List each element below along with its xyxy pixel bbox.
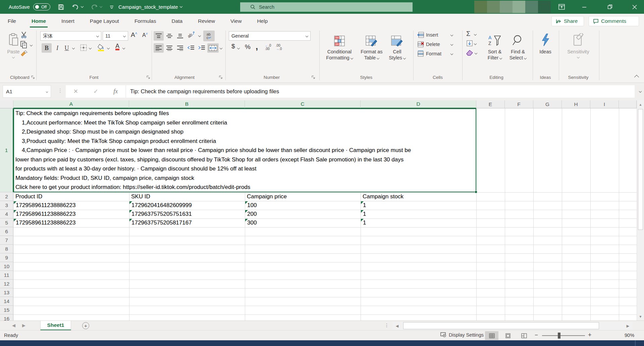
formula-bar-expand-icon[interactable] <box>639 90 642 93</box>
format-cells-button[interactable]: Format <box>417 49 441 58</box>
zoom-in-button[interactable]: + <box>588 332 592 339</box>
row-header-1[interactable]: 1 <box>0 108 13 192</box>
cell-B2[interactable]: SKU ID <box>131 192 244 201</box>
percent-style-button[interactable]: % <box>245 43 251 51</box>
vertical-scrollbar[interactable]: ▲ ▼ <box>637 100 644 320</box>
restore-button[interactable] <box>601 0 619 14</box>
cell-C2[interactable]: Campaign price <box>247 192 360 201</box>
alignment-dialog-launcher-icon[interactable] <box>219 75 223 80</box>
horizontal-scrollbar[interactable]: ◀ ▶ <box>392 322 633 330</box>
column-header-G[interactable]: G <box>533 100 562 108</box>
row-header-6[interactable]: 6 <box>0 227 13 236</box>
find-select-button[interactable]: Find & Select <box>507 30 529 61</box>
clear-dropdown-icon[interactable] <box>475 52 477 54</box>
customize-quick-access-icon[interactable] <box>109 5 114 9</box>
copy-dropdown-icon[interactable] <box>30 44 33 46</box>
font-name-select[interactable]: 宋体 <box>40 31 101 41</box>
row-header-10[interactable]: 10 <box>0 262 13 271</box>
tab-insert[interactable]: Insert <box>54 14 82 29</box>
delete-cells-button[interactable]: Delete <box>417 40 440 49</box>
sheet-tab-sheet1[interactable]: Sheet1 <box>40 321 71 330</box>
page-break-view-button[interactable] <box>517 331 531 340</box>
wrap-text-button[interactable]: abc↵ <box>203 31 215 41</box>
cell-D5[interactable]: 1 <box>363 218 476 227</box>
font-color-button[interactable]: A <box>115 43 119 50</box>
row-header-15[interactable]: 15 <box>0 306 13 314</box>
undo-dropdown-icon[interactable] <box>81 5 84 8</box>
collapse-ribbon-icon[interactable] <box>634 75 639 80</box>
document-title[interactable]: Campaign_stock_template <box>118 0 182 14</box>
horizontal-scrollbar-thumb[interactable] <box>403 322 599 329</box>
ribbon-display-options-icon[interactable] <box>553 0 570 14</box>
underline-dropdown-icon[interactable] <box>72 47 75 49</box>
tab-review[interactable]: Review <box>190 14 223 29</box>
cell-D3[interactable]: 1 <box>363 201 476 210</box>
column-header-F[interactable]: F <box>505 100 533 108</box>
cell-B5[interactable]: 1729637575205817167 <box>131 218 244 227</box>
cell-D4[interactable]: 1 <box>363 210 476 218</box>
orientation-button[interactable]: ab↗ <box>186 30 196 39</box>
sort-filter-button[interactable]: AZ Sort & Filter <box>484 30 505 61</box>
formula-input[interactable]: Tip: Check the campaign requirements bef… <box>126 85 635 98</box>
close-button[interactable] <box>626 0 643 14</box>
tab-formulas[interactable]: Formulas <box>127 14 164 29</box>
ideas-button[interactable]: Ideas <box>535 30 555 55</box>
name-box-splitter[interactable]: ⋮ <box>58 88 62 94</box>
sheet-nav-right-icon[interactable]: ▶ <box>22 323 25 328</box>
zoom-slider[interactable] <box>542 335 585 336</box>
align-right-button[interactable] <box>175 43 185 53</box>
underline-button[interactable]: U <box>62 43 71 53</box>
column-header-H[interactable]: H <box>562 100 590 108</box>
row-header-13[interactable]: 13 <box>0 288 13 297</box>
select-all-corner[interactable] <box>0 100 13 108</box>
font-size-select[interactable]: 11 <box>103 31 128 41</box>
user-avatar[interactable] <box>474 1 551 13</box>
center-button[interactable] <box>164 43 174 53</box>
column-header-A[interactable]: A <box>13 100 129 108</box>
cell-A4[interactable]: 1729589611238886223 <box>16 210 128 218</box>
zoom-out-button[interactable]: − <box>535 332 538 339</box>
cell-B3[interactable]: 1729620416482609999 <box>131 201 244 210</box>
top-align-button[interactable] <box>154 31 164 41</box>
increase-font-size-button[interactable]: A˄ <box>131 31 137 39</box>
new-sheet-button[interactable]: + <box>82 322 89 329</box>
number-dialog-launcher-icon[interactable] <box>311 75 316 80</box>
vertical-scrollbar-thumb[interactable] <box>638 109 643 230</box>
accounting-format-button[interactable]: $ <box>231 43 235 50</box>
accounting-dropdown-icon[interactable] <box>237 47 240 49</box>
middle-align-button[interactable] <box>164 31 174 41</box>
row-header-4[interactable]: 4 <box>0 210 13 218</box>
merge-center-dropdown-icon[interactable] <box>220 47 222 49</box>
row-header-3[interactable]: 3 <box>0 201 13 210</box>
cut-icon[interactable] <box>21 31 28 40</box>
minimize-button[interactable] <box>576 0 593 14</box>
page-layout-view-button[interactable] <box>501 331 515 340</box>
bold-button[interactable]: B <box>42 43 52 53</box>
cell-D2[interactable]: Campaign stock <box>363 192 476 201</box>
share-button[interactable]: Share <box>551 16 584 26</box>
format-as-table-button[interactable]: Format as Table <box>358 30 385 61</box>
decrease-indent-button[interactable] <box>186 43 196 53</box>
font-color-dropdown-icon[interactable] <box>122 47 125 49</box>
name-box[interactable]: A1 <box>3 85 51 98</box>
zoom-slider-thumb[interactable] <box>558 333 560 339</box>
column-header-E[interactable]: E <box>476 100 505 108</box>
autosum-dropdown-icon[interactable] <box>474 33 477 36</box>
save-icon[interactable] <box>58 4 64 10</box>
row-header-11[interactable]: 11 <box>0 271 13 280</box>
decrease-font-size-button[interactable]: A˅ <box>142 32 148 38</box>
borders-dropdown-icon[interactable] <box>89 47 92 49</box>
insert-function-icon[interactable]: fx <box>113 88 118 95</box>
tab-view[interactable]: View <box>223 14 249 29</box>
undo-icon[interactable] <box>72 4 83 10</box>
conditional-formatting-button[interactable]: Conditional Formatting <box>323 30 356 61</box>
increase-indent-button[interactable] <box>197 43 207 53</box>
normal-view-button[interactable] <box>485 331 498 340</box>
font-dialog-launcher-icon[interactable] <box>146 75 151 80</box>
fill-color-dropdown-icon[interactable] <box>107 47 110 49</box>
column-header-C[interactable]: C <box>245 100 361 108</box>
bottom-align-button[interactable] <box>175 31 185 41</box>
fill-handle[interactable] <box>475 191 477 193</box>
clear-button[interactable] <box>466 49 474 57</box>
merge-center-button[interactable] <box>207 43 219 53</box>
